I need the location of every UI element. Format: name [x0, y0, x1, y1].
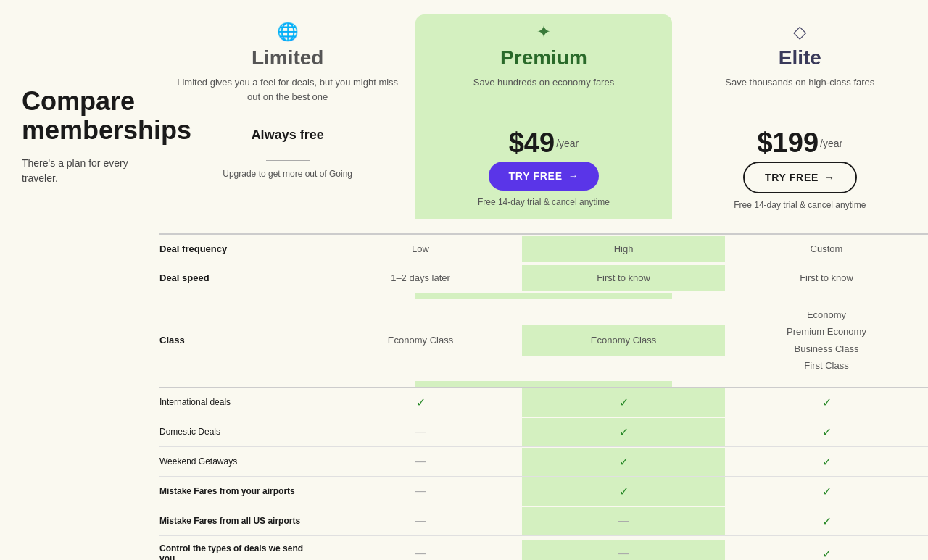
deal-speed-elite: First to know — [725, 265, 928, 291]
feature-val-elite-0: ✓ — [725, 388, 928, 417]
deal-frequency-elite: Custom — [725, 236, 928, 262]
feature-val-limited-1: — — [319, 418, 522, 446]
elite-cta-label: TRY FREE — [765, 172, 819, 183]
deal-speed-limited: 1–2 days later — [319, 265, 522, 291]
feature-val-elite-2: ✓ — [725, 448, 928, 476]
limited-name: Limited — [252, 46, 324, 70]
premium-try-button[interactable]: TRY FREE → — [489, 162, 600, 191]
class-limited: Economy Class — [319, 325, 522, 356]
check-icon: ✓ — [822, 515, 832, 527]
check-icon: ✓ — [416, 396, 426, 409]
feature-val-limited-3: — — [319, 477, 522, 505]
feature-section: Deal frequency Low High Custom Deal spee… — [160, 234, 928, 560]
deal-frequency-label: Deal frequency — [160, 236, 319, 262]
feature-val-elite-3: ✓ — [725, 477, 928, 506]
dash-icon: — — [618, 514, 629, 527]
class-premium: Economy Class — [522, 325, 725, 356]
dash-icon: — — [618, 547, 629, 559]
deal-speed-row: Deal speed 1–2 days later First to know … — [160, 264, 928, 293]
limited-divider — [266, 160, 310, 161]
elite-desc: Save thousands on high-class fares — [725, 75, 874, 119]
deal-frequency-limited: Low — [319, 236, 522, 262]
check-icon: ✓ — [822, 396, 832, 409]
spacer2-limited — [160, 381, 415, 387]
feature-label-2: Weekend Getaways — [160, 449, 319, 474]
premium-cta-label: TRY FREE — [509, 170, 563, 182]
feature-label-3: Mistake Fares from your airports — [160, 479, 319, 503]
premium-desc: Save hundreds on economy fares — [473, 75, 614, 119]
feature-val-elite-4: ✓ — [725, 507, 928, 535]
deal-frequency-row: Deal frequency Low High Custom — [160, 235, 928, 264]
limited-icon: 🌐 — [277, 22, 299, 42]
plan-headers: 🌐 Limited Limited gives you a feel for d… — [160, 14, 928, 234]
feature-val-premium-1: ✓ — [522, 418, 725, 446]
check-icon: ✓ — [822, 456, 832, 468]
class-row: Class Economy Class Economy Class Econom… — [160, 299, 928, 382]
feature-val-limited-5: — — [319, 540, 522, 560]
dash-icon: — — [415, 514, 426, 527]
elite-try-button[interactable]: TRY FREE → — [743, 162, 857, 193]
premium-price: $49 /year — [509, 128, 579, 159]
feature-val-elite-5: ✓ — [725, 540, 928, 560]
class-elite-premium-economy: Premium Economy — [787, 326, 866, 337]
check-icon: ✓ — [822, 485, 832, 498]
feature-row-1: Domestic Deals — ✓ ✓ — [160, 417, 928, 446]
premium-price-amount: $49 — [509, 128, 555, 159]
elite-price-amount: $199 — [757, 128, 819, 159]
dash-icon: — — [415, 547, 426, 559]
plan-elite: ◇ Elite Save thousands on high-class far… — [672, 14, 928, 219]
elite-trial-text: Free 14-day trial & cancel anytime — [734, 199, 866, 212]
feature-label-4: Mistake Fares from all US airports — [160, 509, 319, 533]
feature-val-premium-3: ✓ — [522, 477, 725, 506]
check-icon: ✓ — [822, 426, 832, 438]
class-label: Class — [160, 327, 319, 353]
premium-trial-text: Free 14-day trial & cancel anytime — [478, 196, 610, 209]
feature-val-limited-0: ✓ — [319, 388, 522, 417]
feature-val-premium-4: — — [522, 507, 725, 535]
class-elite-business: Business Class — [795, 343, 859, 354]
check-icon: ✓ — [619, 396, 629, 409]
limited-price-label: Always free — [252, 128, 324, 143]
page-title: Compare memberships — [22, 87, 145, 144]
feature-row-3: Mistake Fares from your airports — ✓ ✓ — [160, 477, 928, 506]
feature-row-2: Weekend Getaways — ✓ ✓ — [160, 447, 928, 476]
check-icon: ✓ — [619, 456, 629, 468]
dash-icon: — — [415, 455, 426, 467]
elite-icon: ◇ — [793, 22, 806, 42]
spacer-limited — [160, 293, 415, 299]
feature-val-premium-0: ✓ — [522, 388, 725, 417]
class-elite: Economy Premium Economy Business Class F… — [725, 299, 928, 382]
check-icon: ✓ — [822, 548, 832, 560]
feature-val-premium-5: — — [522, 540, 725, 560]
class-elite-economy: Economy — [807, 309, 846, 320]
elite-price-period: /year — [820, 138, 842, 149]
premium-name: Premium — [500, 46, 587, 70]
feature-val-premium-2: ✓ — [522, 448, 725, 476]
feature-val-elite-1: ✓ — [725, 418, 928, 446]
class-elite-first: First Class — [804, 360, 848, 371]
spacer-1 — [160, 293, 928, 299]
elite-cta-arrow: → — [824, 172, 835, 183]
page-subtitle: There's a plan for every traveler. — [22, 156, 145, 186]
elite-name: Elite — [779, 46, 821, 70]
premium-icon: ✦ — [536, 22, 551, 42]
feature-val-limited-2: — — [319, 448, 522, 475]
limited-desc: Limited gives you a feel for deals, but … — [171, 75, 404, 119]
spacer2-elite — [672, 381, 928, 387]
feature-row-0: International deals ✓ ✓ ✓ — [160, 388, 928, 417]
feature-row-5: Control the types of deals we send you —… — [160, 536, 928, 560]
premium-cta-arrow: → — [568, 170, 579, 182]
feature-val-limited-4: — — [319, 507, 522, 535]
feature-label-1: Domestic Deals — [160, 419, 319, 444]
check-icon: ✓ — [619, 485, 629, 498]
dash-icon: — — [415, 425, 426, 438]
dash-icon: — — [415, 485, 426, 497]
premium-price-period: /year — [556, 138, 579, 149]
feature-row-4: Mistake Fares from all US airports — — ✓ — [160, 506, 928, 535]
spacer-premium — [415, 293, 671, 299]
spacer2-premium — [415, 381, 671, 387]
limited-upgrade-text: Upgrade to get more out of Going — [223, 168, 352, 180]
deal-frequency-premium: High — [522, 236, 725, 262]
feature-label-5: Control the types of deals we send you — [160, 536, 319, 560]
check-icon: ✓ — [619, 426, 629, 438]
